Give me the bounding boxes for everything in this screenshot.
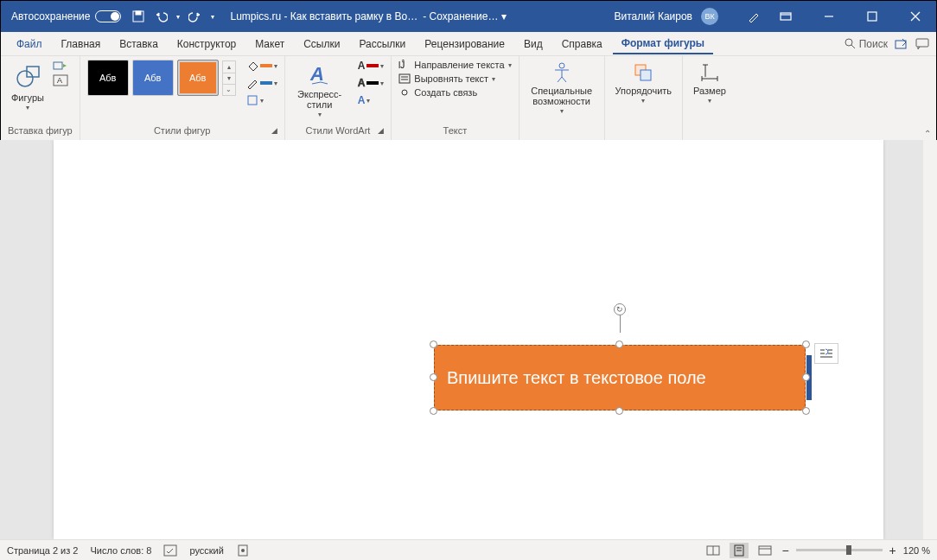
group-label: Вставка фигур bbox=[8, 123, 73, 138]
pen-icon bbox=[246, 77, 258, 89]
share-icon[interactable] bbox=[895, 38, 908, 50]
arrange-icon bbox=[632, 61, 654, 84]
qat-customize-icon[interactable]: ▾ bbox=[211, 13, 214, 21]
align-text-button[interactable]: Выровнять текст▾ bbox=[398, 73, 511, 84]
avatar[interactable]: ВК bbox=[701, 8, 718, 25]
tab-view[interactable]: Вид bbox=[515, 35, 551, 54]
accessibility-button[interactable]: Специальные возможности▾ bbox=[526, 60, 597, 118]
shape-fill-button[interactable]: ▾ bbox=[246, 60, 277, 72]
wordart-styles-button[interactable]: A Экспресс-стили▾ bbox=[292, 60, 347, 121]
style-preset-2[interactable]: Абв bbox=[132, 60, 174, 96]
tab-help[interactable]: Справка bbox=[553, 35, 611, 54]
style-preset-3[interactable]: Абв bbox=[177, 60, 219, 96]
effects-icon bbox=[246, 94, 258, 106]
tab-home[interactable]: Главная bbox=[53, 35, 110, 54]
feedback-icon[interactable] bbox=[727, 10, 739, 22]
text-fill-button[interactable]: A▾ bbox=[358, 60, 385, 72]
resize-handle[interactable] bbox=[430, 373, 437, 381]
resize-handle[interactable] bbox=[615, 407, 623, 415]
resize-handle[interactable] bbox=[430, 340, 437, 348]
shapes-button[interactable]: Фигуры▾ bbox=[8, 60, 48, 114]
text-box-icon[interactable]: A bbox=[53, 74, 68, 86]
redo-icon[interactable] bbox=[188, 10, 202, 23]
language-indicator[interactable]: русский bbox=[189, 545, 223, 556]
zoom-slider[interactable] bbox=[796, 549, 883, 551]
rotate-icon: ↻ bbox=[614, 303, 626, 315]
document-area: ↻ Впишите текст в текстовое поле bbox=[0, 140, 937, 539]
style-preset-1[interactable]: Абв bbox=[87, 60, 129, 96]
close-button[interactable] bbox=[898, 1, 933, 32]
undo-dropdown-icon[interactable]: ▾ bbox=[176, 13, 180, 21]
autosave-label: Автосохранение bbox=[11, 10, 90, 22]
svg-rect-10 bbox=[916, 39, 928, 47]
save-icon[interactable] bbox=[131, 10, 145, 23]
collapse-ribbon-icon[interactable]: ⌃ bbox=[924, 129, 931, 138]
gallery-scroll[interactable]: ▴▾⌄ bbox=[222, 60, 236, 96]
svg-rect-16 bbox=[248, 96, 257, 105]
quick-access-toolbar: ▾ ▾ bbox=[131, 10, 214, 23]
selected-shape[interactable]: ↻ Впишите текст в текстовое поле bbox=[434, 345, 806, 410]
svg-rect-1 bbox=[136, 11, 141, 15]
arrange-button[interactable]: Упорядочить▾ bbox=[612, 60, 675, 107]
group-wordart-styles: A Экспресс-стили▾ A▾ A▾ A▾ Стили WordArt… bbox=[285, 56, 392, 140]
tab-design[interactable]: Конструктор bbox=[169, 35, 245, 54]
group-arrange: Упорядочить▾ bbox=[605, 56, 683, 140]
text-box-shape[interactable]: Впишите текст в текстовое поле bbox=[434, 345, 806, 410]
resize-handle[interactable] bbox=[802, 340, 810, 348]
dialog-launcher-icon[interactable]: ◢ bbox=[271, 126, 277, 135]
autosave-toggle[interactable]: Автосохранение bbox=[11, 10, 121, 22]
layout-options-button[interactable] bbox=[814, 343, 838, 364]
comments-icon[interactable] bbox=[915, 38, 929, 50]
text-direction-button[interactable]: lĴНаправление текста▾ bbox=[398, 60, 511, 70]
page-indicator[interactable]: Страница 2 из 2 bbox=[7, 545, 78, 556]
search-button[interactable]: Поиск bbox=[845, 38, 888, 50]
page[interactable]: ↻ Впишите текст в текстовое поле bbox=[54, 140, 883, 539]
read-mode-button[interactable] bbox=[704, 543, 723, 558]
undo-icon[interactable] bbox=[154, 10, 168, 23]
zoom-level[interactable]: 120 % bbox=[903, 545, 930, 556]
document-title: Lumpics.ru - Как вставить рамку в Во… bbox=[230, 10, 418, 22]
tab-layout[interactable]: Макет bbox=[246, 35, 293, 54]
word-count[interactable]: Число слов: 8 bbox=[90, 545, 151, 556]
svg-text:lĴ: lĴ bbox=[398, 60, 405, 70]
resize-handle[interactable] bbox=[615, 340, 623, 348]
draw-icon[interactable] bbox=[748, 10, 760, 22]
dialog-launcher-icon[interactable]: ◢ bbox=[378, 126, 384, 135]
group-label: Стили WordArt bbox=[306, 125, 371, 136]
rotate-handle[interactable]: ↻ bbox=[614, 315, 626, 333]
web-layout-button[interactable] bbox=[755, 543, 774, 558]
macro-icon[interactable] bbox=[236, 544, 250, 557]
create-link-button[interactable]: Создать связь bbox=[398, 87, 511, 98]
minimize-button[interactable] bbox=[812, 1, 846, 32]
spellcheck-icon[interactable] bbox=[163, 544, 177, 557]
tab-references[interactable]: Ссылки bbox=[295, 35, 348, 54]
maximize-button[interactable] bbox=[855, 1, 889, 32]
resize-handle[interactable] bbox=[430, 407, 437, 415]
shape-outline-button[interactable]: ▾ bbox=[246, 77, 277, 89]
tab-shape-format[interactable]: Формат фигуры bbox=[613, 34, 713, 54]
accessibility-icon bbox=[551, 61, 573, 84]
resize-handle[interactable] bbox=[802, 373, 810, 381]
zoom-out-button[interactable]: − bbox=[781, 544, 788, 557]
tab-review[interactable]: Рецензирование bbox=[416, 35, 513, 54]
ribbon-display-button[interactable] bbox=[768, 1, 803, 32]
text-effects-button[interactable]: A▾ bbox=[358, 94, 385, 106]
vertical-scrollbar[interactable] bbox=[923, 140, 937, 539]
tab-mailings[interactable]: Рассылки bbox=[350, 35, 414, 54]
resize-handle[interactable] bbox=[802, 407, 810, 415]
tab-file[interactable]: Файл bbox=[8, 35, 51, 54]
zoom-in-button[interactable]: + bbox=[889, 544, 896, 557]
tab-insert[interactable]: Вставка bbox=[111, 35, 167, 54]
link-icon bbox=[398, 87, 411, 98]
user-name[interactable]: Виталий Каиров bbox=[614, 10, 692, 22]
group-accessibility: Специальные возможности▾ bbox=[519, 56, 605, 140]
text-outline-button[interactable]: A▾ bbox=[358, 77, 385, 89]
shape-effects-button[interactable]: ▾ bbox=[246, 94, 277, 106]
svg-point-22 bbox=[559, 63, 564, 68]
svg-rect-24 bbox=[641, 70, 651, 80]
edit-shape-icon[interactable] bbox=[53, 60, 68, 72]
shape-style-gallery[interactable]: Абв Абв Абв ▴▾⌄ bbox=[87, 60, 236, 96]
size-button[interactable]: Размер▾ bbox=[690, 60, 730, 107]
svg-text:A: A bbox=[57, 76, 62, 85]
print-layout-button[interactable] bbox=[730, 543, 749, 558]
